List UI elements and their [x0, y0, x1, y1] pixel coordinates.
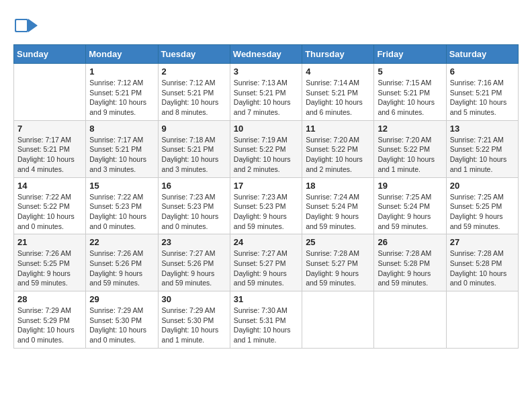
day-info: Sunrise: 7:12 AMSunset: 5:21 PMDaylight:…	[89, 78, 154, 118]
calendar-cell: 27Sunrise: 7:28 AMSunset: 5:28 PMDayligh…	[446, 234, 518, 291]
calendar-cell: 20Sunrise: 7:25 AMSunset: 5:25 PMDayligh…	[446, 177, 518, 234]
calendar-cell: 16Sunrise: 7:23 AMSunset: 5:23 PMDayligh…	[158, 177, 230, 234]
day-info: Sunrise: 7:26 AMSunset: 5:26 PMDaylight:…	[89, 248, 154, 288]
calendar-week-5: 28Sunrise: 7:29 AMSunset: 5:29 PMDayligh…	[14, 291, 519, 349]
calendar-cell: 7Sunrise: 7:17 AMSunset: 5:21 PMDaylight…	[14, 120, 86, 177]
day-header-sunday: Sunday	[14, 45, 86, 64]
day-number: 4	[306, 66, 370, 77]
calendar-cell	[446, 291, 518, 349]
day-info: Sunrise: 7:23 AMSunset: 5:23 PMDaylight:…	[162, 192, 226, 232]
calendar-cell: 24Sunrise: 7:27 AMSunset: 5:27 PMDayligh…	[230, 234, 302, 291]
calendar-cell: 29Sunrise: 7:29 AMSunset: 5:30 PMDayligh…	[86, 291, 158, 349]
calendar-cell: 31Sunrise: 7:30 AMSunset: 5:31 PMDayligh…	[230, 291, 302, 349]
day-info: Sunrise: 7:29 AMSunset: 5:30 PMDaylight:…	[89, 306, 154, 345]
day-number: 15	[89, 181, 154, 191]
calendar-cell: 2Sunrise: 7:12 AMSunset: 5:21 PMDaylight…	[158, 64, 230, 121]
calendar-table: SundayMondayTuesdayWednesdayThursdayFrid…	[13, 44, 519, 349]
day-info: Sunrise: 7:28 AMSunset: 5:27 PMDaylight:…	[306, 248, 370, 288]
day-number: 16	[162, 181, 226, 191]
day-info: Sunrise: 7:17 AMSunset: 5:21 PMDaylight:…	[89, 135, 154, 175]
day-info: Sunrise: 7:28 AMSunset: 5:28 PMDaylight:…	[450, 248, 515, 288]
day-number: 14	[17, 181, 82, 191]
calendar-cell: 10Sunrise: 7:19 AMSunset: 5:22 PMDayligh…	[230, 120, 302, 177]
day-number: 10	[234, 124, 298, 134]
day-info: Sunrise: 7:27 AMSunset: 5:27 PMDaylight:…	[234, 248, 298, 288]
day-info: Sunrise: 7:16 AMSunset: 5:21 PMDaylight:…	[450, 78, 515, 118]
calendar-cell: 21Sunrise: 7:26 AMSunset: 5:25 PMDayligh…	[14, 234, 86, 291]
day-info: Sunrise: 7:25 AMSunset: 5:24 PMDaylight:…	[378, 192, 442, 232]
day-info: Sunrise: 7:29 AMSunset: 5:30 PMDaylight:…	[162, 306, 226, 345]
calendar-cell: 9Sunrise: 7:18 AMSunset: 5:21 PMDaylight…	[158, 120, 230, 177]
day-number: 17	[234, 181, 298, 191]
logo-icon	[13, 13, 38, 38]
day-number: 22	[89, 237, 154, 247]
day-number: 24	[234, 237, 298, 247]
day-number: 8	[89, 124, 154, 134]
day-number: 27	[450, 237, 515, 247]
calendar-cell: 6Sunrise: 7:16 AMSunset: 5:21 PMDaylight…	[446, 64, 518, 121]
day-number: 21	[17, 237, 82, 247]
calendar-cell: 14Sunrise: 7:22 AMSunset: 5:22 PMDayligh…	[14, 177, 86, 234]
calendar-cell: 11Sunrise: 7:20 AMSunset: 5:22 PMDayligh…	[302, 120, 374, 177]
calendar-cell: 5Sunrise: 7:15 AMSunset: 5:21 PMDaylight…	[374, 64, 446, 121]
calendar-cell	[302, 291, 374, 349]
day-number: 29	[89, 294, 154, 304]
calendar-cell: 19Sunrise: 7:25 AMSunset: 5:24 PMDayligh…	[374, 177, 446, 234]
calendar-week-3: 14Sunrise: 7:22 AMSunset: 5:22 PMDayligh…	[14, 177, 519, 234]
calendar-cell	[374, 291, 446, 349]
day-info: Sunrise: 7:14 AMSunset: 5:21 PMDaylight:…	[306, 78, 370, 118]
calendar-cell: 4Sunrise: 7:14 AMSunset: 5:21 PMDaylight…	[302, 64, 374, 121]
day-info: Sunrise: 7:19 AMSunset: 5:22 PMDaylight:…	[234, 135, 298, 175]
page-header	[13, 13, 519, 38]
day-number: 1	[89, 66, 154, 77]
day-number: 12	[378, 124, 442, 134]
calendar-cell: 13Sunrise: 7:21 AMSunset: 5:22 PMDayligh…	[446, 120, 518, 177]
day-header-wednesday: Wednesday	[230, 45, 302, 64]
day-number: 31	[234, 294, 298, 304]
day-header-friday: Friday	[374, 45, 446, 64]
calendar-week-4: 21Sunrise: 7:26 AMSunset: 5:25 PMDayligh…	[14, 234, 519, 291]
day-header-saturday: Saturday	[446, 45, 518, 64]
day-info: Sunrise: 7:28 AMSunset: 5:28 PMDaylight:…	[378, 248, 442, 288]
calendar-cell: 28Sunrise: 7:29 AMSunset: 5:29 PMDayligh…	[14, 291, 86, 349]
day-number: 20	[450, 181, 515, 191]
calendar-cell: 22Sunrise: 7:26 AMSunset: 5:26 PMDayligh…	[86, 234, 158, 291]
day-number: 30	[162, 294, 226, 304]
day-number: 6	[450, 66, 515, 77]
calendar-cell: 17Sunrise: 7:23 AMSunset: 5:23 PMDayligh…	[230, 177, 302, 234]
day-number: 2	[162, 66, 226, 77]
calendar-header-row: SundayMondayTuesdayWednesdayThursdayFrid…	[14, 45, 519, 64]
day-number: 23	[162, 237, 226, 247]
calendar-cell: 23Sunrise: 7:27 AMSunset: 5:26 PMDayligh…	[158, 234, 230, 291]
day-info: Sunrise: 7:24 AMSunset: 5:24 PMDaylight:…	[306, 192, 370, 232]
day-info: Sunrise: 7:20 AMSunset: 5:22 PMDaylight:…	[378, 135, 442, 175]
day-number: 7	[17, 124, 82, 134]
day-info: Sunrise: 7:23 AMSunset: 5:23 PMDaylight:…	[234, 192, 298, 232]
day-info: Sunrise: 7:17 AMSunset: 5:21 PMDaylight:…	[17, 135, 82, 175]
day-number: 25	[306, 237, 370, 247]
logo	[13, 13, 40, 38]
day-info: Sunrise: 7:21 AMSunset: 5:22 PMDaylight:…	[450, 135, 515, 175]
day-number: 5	[378, 66, 442, 77]
svg-rect-2	[16, 20, 27, 31]
calendar-week-2: 7Sunrise: 7:17 AMSunset: 5:21 PMDaylight…	[14, 120, 519, 177]
day-info: Sunrise: 7:22 AMSunset: 5:22 PMDaylight:…	[17, 192, 82, 232]
day-info: Sunrise: 7:26 AMSunset: 5:25 PMDaylight:…	[17, 248, 82, 288]
day-info: Sunrise: 7:25 AMSunset: 5:25 PMDaylight:…	[450, 192, 515, 232]
calendar-cell: 1Sunrise: 7:12 AMSunset: 5:21 PMDaylight…	[86, 64, 158, 121]
day-number: 13	[450, 124, 515, 134]
day-header-thursday: Thursday	[302, 45, 374, 64]
calendar-cell: 30Sunrise: 7:29 AMSunset: 5:30 PMDayligh…	[158, 291, 230, 349]
day-info: Sunrise: 7:29 AMSunset: 5:29 PMDaylight:…	[17, 306, 82, 345]
calendar-cell: 18Sunrise: 7:24 AMSunset: 5:24 PMDayligh…	[302, 177, 374, 234]
day-number: 19	[378, 181, 442, 191]
day-info: Sunrise: 7:12 AMSunset: 5:21 PMDaylight:…	[162, 78, 226, 118]
calendar-cell: 8Sunrise: 7:17 AMSunset: 5:21 PMDaylight…	[86, 120, 158, 177]
day-info: Sunrise: 7:13 AMSunset: 5:21 PMDaylight:…	[234, 78, 298, 118]
calendar-cell: 3Sunrise: 7:13 AMSunset: 5:21 PMDaylight…	[230, 64, 302, 121]
day-number: 9	[162, 124, 226, 134]
day-header-tuesday: Tuesday	[158, 45, 230, 64]
day-number: 18	[306, 181, 370, 191]
calendar-week-1: 1Sunrise: 7:12 AMSunset: 5:21 PMDaylight…	[14, 64, 519, 121]
day-info: Sunrise: 7:15 AMSunset: 5:21 PMDaylight:…	[378, 78, 442, 118]
